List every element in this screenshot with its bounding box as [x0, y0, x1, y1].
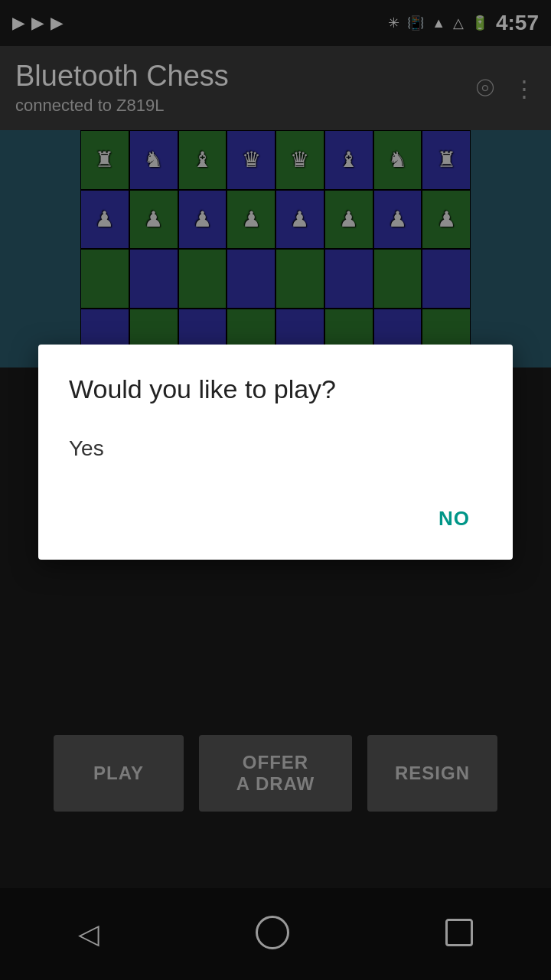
dialog-no-button[interactable]: NO: [426, 501, 482, 537]
dialog-title: Would you like to play?: [69, 372, 482, 406]
dialog: Would you like to play? Yes NO: [38, 345, 513, 560]
dialog-yes-option[interactable]: Yes: [69, 427, 482, 470]
dialog-actions: NO: [69, 501, 482, 537]
